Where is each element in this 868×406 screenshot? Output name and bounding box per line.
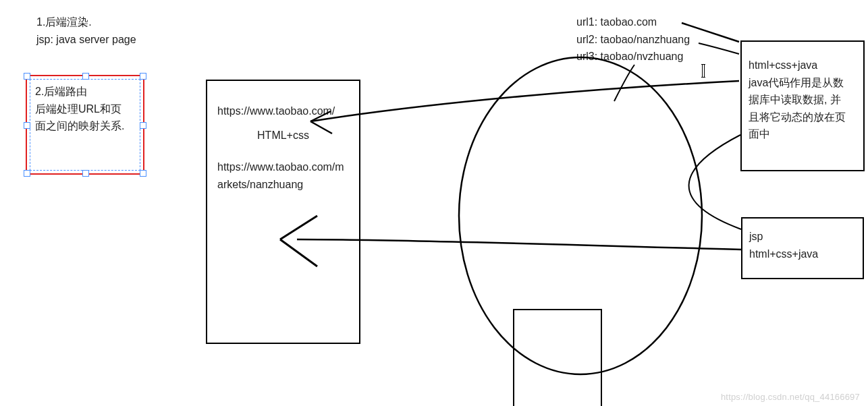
annotation-overlay (0, 0, 868, 406)
arrow-url2-to-box (699, 43, 739, 54)
resize-handle[interactable] (24, 122, 30, 129)
url-list: url1: taobao.com url2: taobao/nanzhuang … (576, 13, 690, 65)
left-tech-1: HTML+css (217, 127, 349, 144)
left-url-2: https://www.taobao.com/markets/nanzhuang (217, 158, 349, 193)
resize-handle[interactable] (24, 170, 30, 177)
resize-handle[interactable] (24, 73, 30, 80)
box-rendered-page: https://www.taobao.com/ HTML+css https:/… (206, 80, 360, 344)
line-url3-into-ellipse (614, 65, 634, 101)
heading-line-1: 1.后端渲染. (36, 13, 136, 31)
resize-handle[interactable] (82, 170, 89, 177)
box-empty (513, 309, 602, 406)
watermark-text: https://blog.csdn.net/qq_44166697 (721, 392, 860, 402)
right-bottom-line-2: html+css+java (749, 245, 818, 263)
selected-line-1: 2.后端路由 (35, 83, 136, 100)
left-box-text: https://www.taobao.com/ HTML+css https:/… (217, 103, 349, 193)
right-bottom-text: jsp html+css+java (749, 228, 818, 262)
selected-line-3: 面之间的映射关系. (35, 117, 136, 135)
selected-text: 2.后端路由 后端处理URL和页 面之间的映射关系. (35, 83, 136, 135)
right-top-line-4: 且将它动态的放在页 (749, 109, 858, 126)
selected-line-2: 后端处理URL和页 (35, 100, 136, 118)
left-url-1: https://www.taobao.com/ (217, 103, 349, 120)
right-bottom-line-1: jsp (749, 228, 818, 245)
selected-text-frame[interactable]: 2.后端路由 后端处理URL和页 面之间的映射关系. (26, 75, 144, 175)
arrow-url1-to-box (682, 23, 739, 42)
right-top-text: html+css+java java代码作用是从数 据库中读取数据, 并 且将它… (749, 57, 858, 143)
url-item-1: url1: taobao.com (576, 13, 690, 31)
right-top-line-1: html+css+java (749, 57, 858, 74)
url-item-3: url3: taobao/nvzhuang (576, 48, 690, 65)
resize-handle[interactable] (82, 73, 89, 80)
heading-block: 1.后端渲染. jsp: java server page (36, 13, 136, 48)
resize-handle[interactable] (140, 170, 146, 177)
right-top-line-3: 据库中读取数据, 并 (749, 91, 858, 109)
arrow-server-to-leftbox-top (310, 81, 739, 134)
right-top-line-5: 面中 (749, 125, 858, 143)
heading-line-2: jsp: java server page (36, 31, 136, 49)
right-top-line-2: java代码作用是从数 (749, 74, 858, 92)
url-item-2: url2: taobao/nanzhuang (576, 31, 690, 49)
resize-handle[interactable] (140, 73, 146, 80)
text-cursor-icon (702, 65, 705, 77)
box-jsp: jsp html+css+java (741, 217, 864, 279)
arrow-box-top-to-bottom (689, 135, 741, 229)
resize-handle[interactable] (140, 122, 146, 129)
box-server-explainer: html+css+java java代码作用是从数 据库中读取数据, 并 且将它… (740, 40, 865, 171)
svg-line-0 (682, 23, 739, 42)
